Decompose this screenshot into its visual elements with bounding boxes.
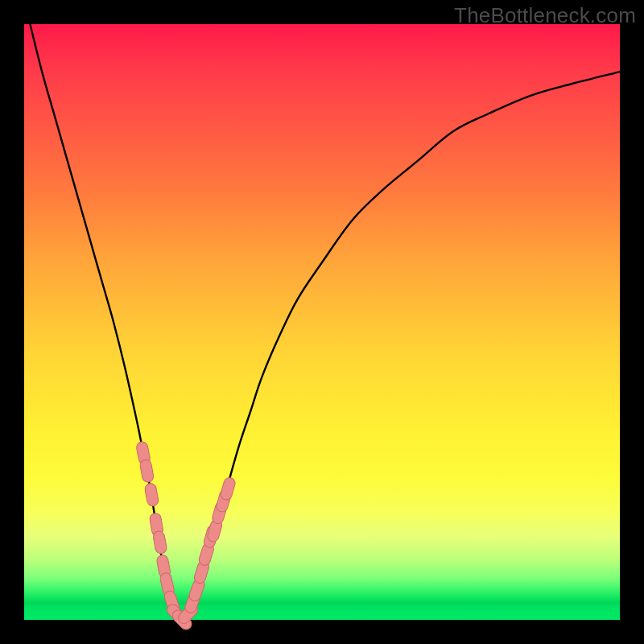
watermark-text: TheBottleneck.com	[454, 3, 636, 28]
chart-marker	[139, 459, 155, 483]
chart-plot-area	[24, 24, 620, 620]
chart-markers	[135, 441, 236, 632]
chart-marker	[144, 483, 159, 507]
bottleneck-curve	[30, 24, 620, 621]
chart-svg	[24, 24, 620, 620]
chart-frame: TheBottleneck.com	[0, 0, 644, 644]
chart-marker	[152, 530, 167, 555]
chart-marker	[220, 477, 237, 502]
